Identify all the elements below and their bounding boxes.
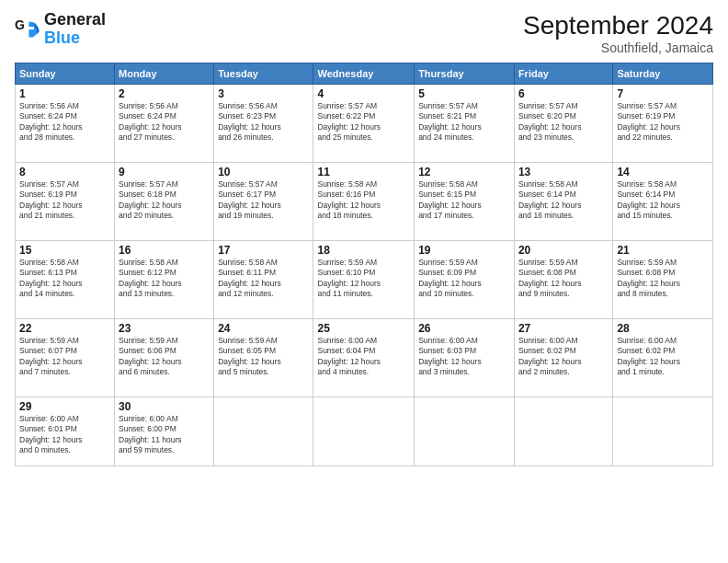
day-23: 23 Sunrise: 5:59 AMSunset: 6:06 PMDaylig… bbox=[115, 319, 214, 397]
day-5: 5 Sunrise: 5:57 AMSunset: 6:21 PMDayligh… bbox=[415, 85, 515, 163]
day-15: 15 Sunrise: 5:58 AMSunset: 6:13 PMDaylig… bbox=[16, 241, 115, 319]
empty-cell-5 bbox=[613, 397, 713, 466]
col-friday: Friday bbox=[514, 63, 612, 85]
empty-cell-4 bbox=[514, 397, 612, 466]
day-11: 11 Sunrise: 5:58 AMSunset: 6:16 PMDaylig… bbox=[313, 163, 415, 241]
day-19: 19 Sunrise: 5:59 AMSunset: 6:09 PMDaylig… bbox=[415, 241, 515, 319]
col-monday: Monday bbox=[115, 63, 214, 85]
month-title: September 2024 bbox=[523, 11, 713, 40]
logo-text: General Blue bbox=[44, 11, 106, 48]
day-13: 13 Sunrise: 5:58 AMSunset: 6:14 PMDaylig… bbox=[514, 163, 612, 241]
day-9: 9 Sunrise: 5:57 AMSunset: 6:18 PMDayligh… bbox=[115, 163, 214, 241]
title-block: September 2024 Southfield, Jamaica bbox=[523, 11, 713, 55]
day-25: 25 Sunrise: 6:00 AMSunset: 6:04 PMDaylig… bbox=[313, 319, 415, 397]
day-29: 29 Sunrise: 6:00 AMSunset: 6:01 PMDaylig… bbox=[16, 397, 115, 466]
svg-text:G: G bbox=[15, 17, 25, 32]
week-row-4: 22 Sunrise: 5:59 AMSunset: 6:07 PMDaylig… bbox=[16, 319, 713, 397]
page: G General Blue September 2024 Southfield… bbox=[0, 0, 728, 563]
week-row-3: 15 Sunrise: 5:58 AMSunset: 6:13 PMDaylig… bbox=[16, 241, 713, 319]
day-7: 7 Sunrise: 5:57 AMSunset: 6:19 PMDayligh… bbox=[613, 85, 713, 163]
day-16: 16 Sunrise: 5:58 AMSunset: 6:12 PMDaylig… bbox=[115, 241, 214, 319]
day-28: 28 Sunrise: 6:00 AMSunset: 6:02 PMDaylig… bbox=[613, 319, 713, 397]
calendar-header-row: Sunday Monday Tuesday Wednesday Thursday… bbox=[16, 63, 713, 85]
day-30: 30 Sunrise: 6:00 AMSunset: 6:00 PMDaylig… bbox=[115, 397, 214, 466]
week-row-5: 29 Sunrise: 6:00 AMSunset: 6:01 PMDaylig… bbox=[16, 397, 713, 466]
empty-cell-3 bbox=[415, 397, 515, 466]
day-27: 27 Sunrise: 6:00 AMSunset: 6:02 PMDaylig… bbox=[514, 319, 612, 397]
col-sunday: Sunday bbox=[16, 63, 115, 85]
col-saturday: Saturday bbox=[613, 63, 713, 85]
day-26: 26 Sunrise: 6:00 AMSunset: 6:03 PMDaylig… bbox=[415, 319, 515, 397]
day-12: 12 Sunrise: 5:58 AMSunset: 6:15 PMDaylig… bbox=[415, 163, 515, 241]
day-21: 21 Sunrise: 5:59 AMSunset: 6:08 PMDaylig… bbox=[613, 241, 713, 319]
week-row-1: 1 Sunrise: 5:56 AMSunset: 6:24 PMDayligh… bbox=[16, 85, 713, 163]
day-18: 18 Sunrise: 5:59 AMSunset: 6:10 PMDaylig… bbox=[313, 241, 415, 319]
logo: G General Blue bbox=[15, 11, 106, 48]
empty-cell-2 bbox=[313, 397, 415, 466]
col-wednesday: Wednesday bbox=[313, 63, 415, 85]
day-6: 6 Sunrise: 5:57 AMSunset: 6:20 PMDayligh… bbox=[514, 85, 612, 163]
day-22: 22 Sunrise: 5:59 AMSunset: 6:07 PMDaylig… bbox=[16, 319, 115, 397]
header: G General Blue September 2024 Southfield… bbox=[15, 11, 713, 55]
logo-icon: G bbox=[15, 17, 40, 42]
day-20: 20 Sunrise: 5:59 AMSunset: 6:08 PMDaylig… bbox=[514, 241, 612, 319]
day-24: 24 Sunrise: 5:59 AMSunset: 6:05 PMDaylig… bbox=[214, 319, 313, 397]
day-1: 1 Sunrise: 5:56 AMSunset: 6:24 PMDayligh… bbox=[16, 85, 115, 163]
subtitle: Southfield, Jamaica bbox=[523, 40, 713, 55]
day-8: 8 Sunrise: 5:57 AMSunset: 6:19 PMDayligh… bbox=[16, 163, 115, 241]
day-10: 10 Sunrise: 5:57 AMSunset: 6:17 PMDaylig… bbox=[214, 163, 313, 241]
day-3: 3 Sunrise: 5:56 AMSunset: 6:23 PMDayligh… bbox=[214, 85, 313, 163]
day-17: 17 Sunrise: 5:58 AMSunset: 6:11 PMDaylig… bbox=[214, 241, 313, 319]
calendar: Sunday Monday Tuesday Wednesday Thursday… bbox=[15, 63, 713, 466]
day-14: 14 Sunrise: 5:58 AMSunset: 6:14 PMDaylig… bbox=[613, 163, 713, 241]
empty-cell-1 bbox=[214, 397, 313, 466]
week-row-2: 8 Sunrise: 5:57 AMSunset: 6:19 PMDayligh… bbox=[16, 163, 713, 241]
col-thursday: Thursday bbox=[415, 63, 515, 85]
day-4: 4 Sunrise: 5:57 AMSunset: 6:22 PMDayligh… bbox=[313, 85, 415, 163]
day-2: 2 Sunrise: 5:56 AMSunset: 6:24 PMDayligh… bbox=[115, 85, 214, 163]
col-tuesday: Tuesday bbox=[214, 63, 313, 85]
